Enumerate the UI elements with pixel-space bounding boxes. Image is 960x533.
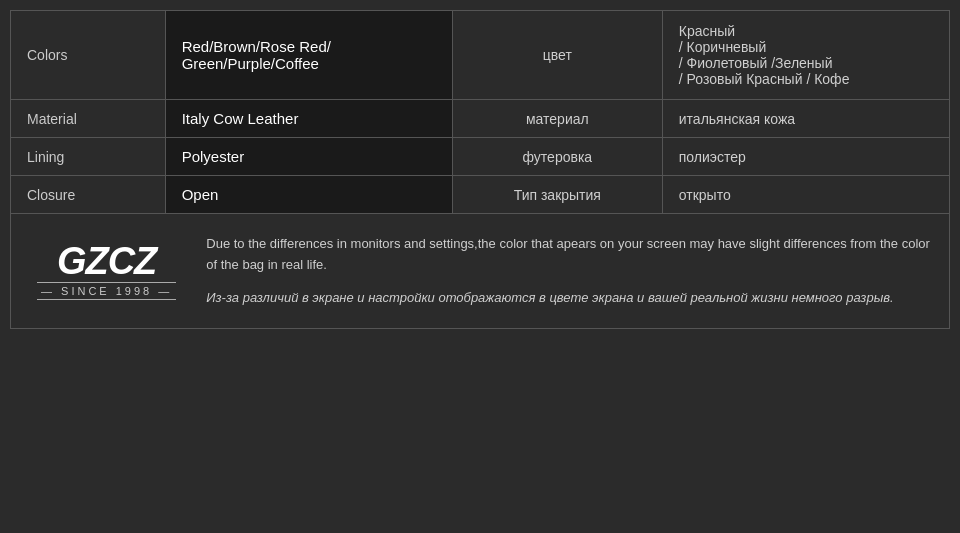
row-label-2: Lining [11, 138, 166, 176]
footer-disclaimer: Due to the differences in monitors and s… [206, 234, 933, 308]
disclaimer-en: Due to the differences in monitors and s… [206, 234, 933, 276]
row-ru-label-1: материал [452, 100, 662, 138]
product-table: ColorsRed/Brown/Rose Red/ Green/Purple/C… [10, 10, 950, 214]
row-en-value-0: Red/Brown/Rose Red/ Green/Purple/Coffee [165, 11, 452, 100]
row-ru-value-3: открыто [662, 176, 949, 214]
disclaimer-ru: Из-за различий в экране и настройки отоб… [206, 288, 933, 309]
main-container: ColorsRed/Brown/Rose Red/ Green/Purple/C… [10, 10, 950, 329]
logo-since: — SINCE 1998 — [37, 282, 176, 300]
row-label-0: Colors [11, 11, 166, 100]
row-en-value-1: Italy Cow Leather [165, 100, 452, 138]
brand-logo: GZCZ — SINCE 1998 — [27, 234, 186, 308]
row-ru-value-0: Красный / Коричневый / Фиолетовый /Зелен… [662, 11, 949, 100]
row-ru-value-2: полиэстер [662, 138, 949, 176]
row-ru-value-1: итальянская кожа [662, 100, 949, 138]
footer-section: GZCZ — SINCE 1998 — Due to the differenc… [10, 214, 950, 329]
row-label-1: Material [11, 100, 166, 138]
logo-text: GZCZ [57, 242, 156, 280]
row-label-3: Closure [11, 176, 166, 214]
row-ru-label-0: цвет [452, 11, 662, 100]
row-en-value-2: Polyester [165, 138, 452, 176]
row-ru-label-3: Тип закрытия [452, 176, 662, 214]
row-ru-label-2: футеровка [452, 138, 662, 176]
row-en-value-3: Open [165, 176, 452, 214]
